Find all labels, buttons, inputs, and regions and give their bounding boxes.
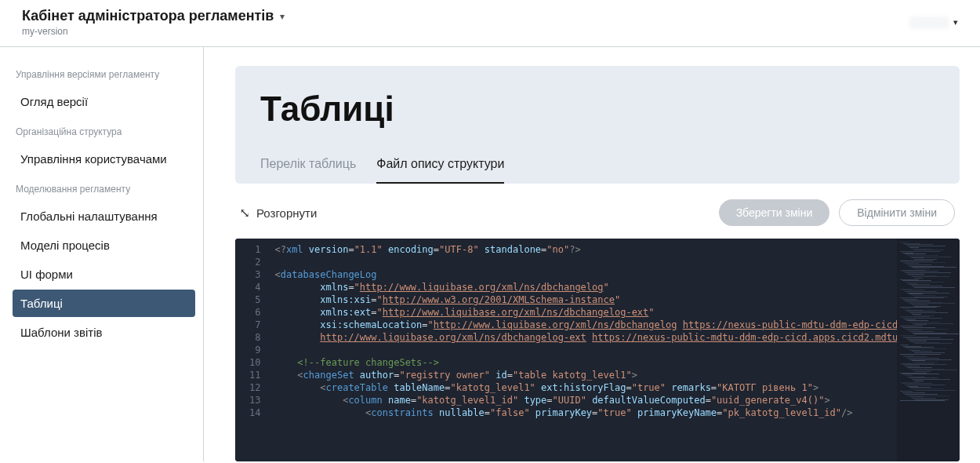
tabs: Перелік таблиць Файл опису структури [260,151,935,184]
sidebar-item-ui-forms[interactable]: UI форми [13,261,195,288]
code-editor[interactable]: 1234567891011121314 <?xml version="1.1" … [235,239,960,461]
chevron-down-icon: ▾ [953,17,958,27]
page-hero: Таблиці Перелік таблиць Файл опису струк… [235,66,960,184]
expand-button[interactable]: ⤢ Розгорнути [240,206,317,221]
expand-label: Розгорнути [256,206,317,220]
tab-tables-list[interactable]: Перелік таблиць [260,151,356,184]
expand-icon: ⤢ [238,208,252,218]
sidebar-item-user-management[interactable]: Управління користувачами [13,145,195,173]
app-subtitle: my-version [22,26,285,37]
sidebar-section-label: Управління версіями регламенту [16,69,195,80]
editor-toolbar: ⤢ Розгорнути Зберегти зміни Відмінити зм… [235,184,960,239]
sidebar-item-report-templates[interactable]: Шаблони звітів [13,319,195,346]
sidebar-item-tables[interactable]: Таблиці [13,290,195,317]
editor-minimap[interactable] [897,239,960,461]
sidebar-item-version-overview[interactable]: Огляд версії [13,88,195,115]
cancel-button[interactable]: Відмінити зміни [839,199,955,226]
main-content: Таблиці Перелік таблиць Файл опису струк… [204,47,980,461]
editor-code[interactable]: <?xml version="1.1" encoding="UTF-8" sta… [268,239,897,461]
sidebar-item-global-settings[interactable]: Глобальні налаштування [13,202,195,230]
app-title: Кабінет адміністратора регламентів [22,8,274,24]
app-header: Кабінет адміністратора регламентів ▾ my-… [0,0,980,47]
editor-gutter: 1234567891011121314 [235,239,268,461]
page-title: Таблиці [260,89,935,129]
sidebar-section-label: Моделювання регламенту [16,184,195,195]
sidebar: Управління версіями регламенту Огляд вер… [0,47,204,461]
sidebar-section-label: Організаційна структура [16,126,195,137]
tab-structure-file[interactable]: Файл опису структури [376,151,504,184]
user-menu[interactable]: ▾ [909,16,958,29]
version-dropdown-icon[interactable]: ▾ [280,11,285,22]
sidebar-item-process-models[interactable]: Моделі процесів [13,232,195,259]
user-avatar [909,16,949,29]
save-button[interactable]: Зберегти зміни [719,199,830,226]
